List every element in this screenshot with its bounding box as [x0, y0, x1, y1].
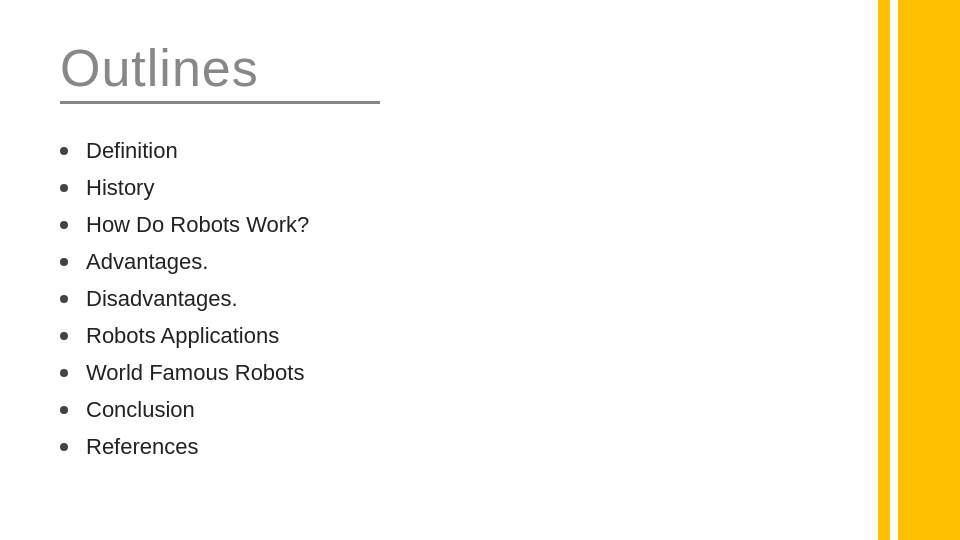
bullet-text: References — [86, 430, 199, 463]
bullet-text: Robots Applications — [86, 319, 279, 352]
stripe-white-1 — [860, 0, 878, 540]
bullet-dot-icon — [60, 332, 68, 340]
bullet-list: DefinitionHistoryHow Do Robots Work?Adva… — [60, 134, 810, 467]
bullet-text: Disadvantages. — [86, 282, 238, 315]
slide-content: Outlines DefinitionHistoryHow Do Robots … — [0, 0, 860, 540]
bullet-text: World Famous Robots — [86, 356, 304, 389]
bullet-text: Definition — [86, 134, 178, 167]
bullet-dot-icon — [60, 295, 68, 303]
bullet-dot-icon — [60, 147, 68, 155]
bullet-text: Conclusion — [86, 393, 195, 426]
list-item: Disadvantages. — [60, 282, 810, 315]
stripe-yellow-main — [910, 0, 960, 540]
right-panel — [860, 0, 960, 540]
stripe-yellow-2 — [898, 0, 910, 540]
bullet-dot-icon — [60, 406, 68, 414]
list-item: How Do Robots Work? — [60, 208, 810, 241]
bullet-text: How Do Robots Work? — [86, 208, 309, 241]
stripe-decoration — [860, 0, 960, 540]
bullet-dot-icon — [60, 369, 68, 377]
list-item: Conclusion — [60, 393, 810, 426]
bullet-dot-icon — [60, 258, 68, 266]
list-item: Definition — [60, 134, 810, 167]
bullet-dot-icon — [60, 443, 68, 451]
list-item: Advantages. — [60, 245, 810, 278]
list-item: History — [60, 171, 810, 204]
bullet-dot-icon — [60, 184, 68, 192]
title-area: Outlines — [60, 40, 810, 104]
slide-title: Outlines — [60, 40, 810, 97]
stripe-yellow-1 — [878, 0, 890, 540]
list-item: Robots Applications — [60, 319, 810, 352]
title-underline — [60, 101, 380, 104]
bullet-text: History — [86, 171, 154, 204]
bullet-text: Advantages. — [86, 245, 208, 278]
list-item: References — [60, 430, 810, 463]
list-item: World Famous Robots — [60, 356, 810, 389]
stripe-white-2 — [890, 0, 898, 540]
bullet-dot-icon — [60, 221, 68, 229]
